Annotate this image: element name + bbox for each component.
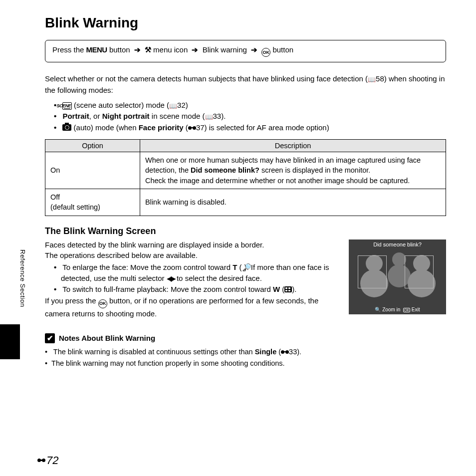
ok-button-icon: OK <box>98 299 107 308</box>
svg-point-3 <box>392 252 406 266</box>
table-header-option: Option <box>45 140 140 152</box>
scene-auto-icon: SCENE <box>62 102 72 110</box>
nav-text: menu icon <box>153 45 190 54</box>
option-cell: On <box>45 152 140 189</box>
screen-footer-text: If you press the OK button, or if no ope… <box>45 295 341 319</box>
face-detection-box <box>358 255 387 288</box>
table-row: Off (default setting) Blink warning is d… <box>45 189 446 216</box>
lcd-title: Did someone blink? <box>349 241 446 247</box>
list-item: The blink warning is disabled at continu… <box>45 346 446 358</box>
subsection-heading: The Blink Warning Screen <box>45 226 446 237</box>
notes-title: Notes About Blink Warning <box>59 334 155 342</box>
lcd-status-bar: 🔍 Zoom in OK Exit <box>349 307 446 312</box>
zoom-t-icon: T <box>233 263 237 271</box>
reference-section-icon <box>37 458 45 463</box>
intro-paragraph: Select whether or not the camera detects… <box>45 73 446 96</box>
arrow-icon: ➔ <box>192 45 198 54</box>
zoom-w-icon: W <box>273 285 280 293</box>
nav-text: button <box>109 45 132 54</box>
description-cell: When one or more human subjects may have… <box>140 152 446 189</box>
operations-list: To enlarge the face: Move the zoom contr… <box>45 262 341 294</box>
table-header-description: Description <box>140 140 446 152</box>
ok-button-icon: OK <box>403 308 410 312</box>
list-item: Portrait, or Night portrait in scene mod… <box>54 111 446 122</box>
page-number: 72 <box>37 454 58 467</box>
option-cell: Off (default setting) <box>45 189 140 216</box>
ok-button-icon: OK <box>261 48 270 57</box>
manual-ref-icon: 📖 <box>368 76 376 83</box>
page-title: Blink Warning <box>45 15 446 31</box>
thumbnail-icon <box>284 286 292 292</box>
list-item: To switch to full-frame playback: Move t… <box>54 284 341 295</box>
notes-heading: ✔ Notes About Blink Warning <box>45 333 446 343</box>
camera-icon <box>62 124 71 131</box>
check-note-icon: ✔ <box>45 333 55 343</box>
arrow-icon: ➔ <box>134 45 141 54</box>
manual-ref-icon: 📖 <box>205 113 213 121</box>
magnify-icon: 🔍 <box>375 307 381 312</box>
arrow-icon: ➔ <box>251 45 257 54</box>
nav-text: button <box>272 45 293 54</box>
description-cell: Blink warning is disabled. <box>140 189 446 216</box>
face-detection-box <box>405 255 434 288</box>
side-tab-marker <box>0 324 20 359</box>
reference-section-icon <box>188 126 196 131</box>
magnify-icon: 🔍 <box>242 262 244 273</box>
lcd-preview: Did someone blink? 🔍 Zoom in OK Exit <box>349 239 446 314</box>
list-item: To enlarge the face: Move the zoom contr… <box>54 262 341 284</box>
reference-section-icon <box>281 350 289 355</box>
nav-text: Blink warning <box>203 45 249 54</box>
mode-list: SCENE (scene auto selector) mode (📖32) P… <box>45 100 446 134</box>
side-section-label: Reference Section <box>19 249 26 307</box>
screen-description: Faces detected by the blink warning are … <box>45 239 341 319</box>
manual-ref-icon: 📖 <box>169 102 177 110</box>
options-table: Option Description On When one or more h… <box>45 139 446 216</box>
list-item: (auto) mode (when Face priority (37) is … <box>54 122 446 134</box>
list-item: SCENE (scene auto selector) mode (📖32) <box>54 100 446 111</box>
left-right-selector-icon: ◀▶ <box>167 274 175 282</box>
table-row: On When one or more human subjects may h… <box>45 152 446 189</box>
list-item: The blink warning may not function prope… <box>45 358 446 369</box>
notes-list: The blink warning is disabled at continu… <box>45 346 446 369</box>
wrench-icon: ⚒ <box>145 45 151 54</box>
menu-button-label: MENU <box>86 45 107 54</box>
nav-text: Press the <box>52 45 86 54</box>
navigation-path-box: Press the MENU button ➔ ⚒ menu icon ➔ Bl… <box>45 40 446 62</box>
side-tab: Reference Section <box>0 249 25 359</box>
